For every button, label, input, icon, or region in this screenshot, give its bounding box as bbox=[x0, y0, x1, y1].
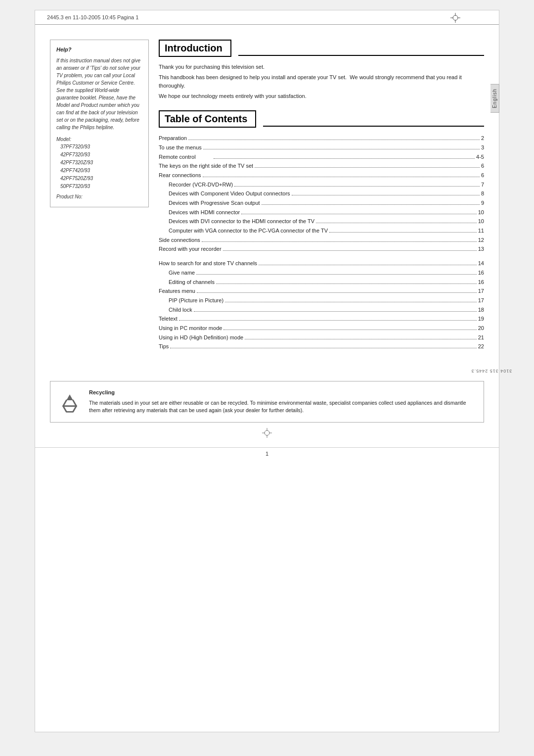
toc-dots bbox=[292, 195, 480, 195]
toc-label: The keys on the right side of the TV set bbox=[159, 161, 253, 171]
toc-dots bbox=[197, 292, 477, 293]
toc-page: 8 bbox=[481, 189, 484, 198]
toc-page: 2 bbox=[481, 134, 484, 143]
toc-page: 17 bbox=[478, 286, 484, 296]
toc-page: 9 bbox=[481, 198, 484, 208]
toc-row: Remote control 4-5 bbox=[159, 152, 484, 162]
model-item: 42PF7320/93 bbox=[60, 151, 142, 159]
page-number: 1 bbox=[266, 451, 268, 457]
bottom-bar: 1 bbox=[35, 447, 499, 460]
toc-label: Remote control bbox=[159, 152, 212, 162]
toc-page: 20 bbox=[478, 324, 484, 333]
recycling-content: Recycling The materials used in your set… bbox=[89, 388, 477, 415]
toc-row: Devices with Component Video Output conn… bbox=[159, 189, 484, 198]
toc-page: 16 bbox=[478, 268, 484, 278]
recycling-section: Recycling The materials used in your set… bbox=[50, 381, 484, 423]
toc-page: 11 bbox=[478, 226, 484, 236]
toc-page: 17 bbox=[478, 296, 484, 305]
left-sidebar: Help? If this instruction manual does no… bbox=[50, 40, 149, 351]
toc-label: How to search for and store TV channels bbox=[159, 259, 257, 268]
toc-dots bbox=[225, 302, 477, 302]
help-title: Help? bbox=[56, 46, 142, 54]
toc-label: PIP (Picture in Picture) bbox=[169, 296, 223, 305]
toc-label: Devices with DVI connector to the HDMI c… bbox=[169, 217, 314, 226]
toc-dots bbox=[216, 284, 477, 284]
toc-dots bbox=[241, 214, 476, 214]
recycling-text: The materials used in your set are eithe… bbox=[89, 399, 477, 415]
toc-page: 6 bbox=[481, 171, 484, 180]
toc-label: Teletext bbox=[159, 314, 178, 324]
recycling-title: Recycling bbox=[89, 388, 477, 397]
model-item: 42PF7520Z/93 bbox=[60, 175, 142, 183]
model-section: Model: 37PF7320/93 42PF7320/93 42PF7320Z… bbox=[56, 136, 142, 201]
toc-page: 6 bbox=[481, 161, 484, 171]
toc-row: Rear connections 6 bbox=[159, 171, 484, 180]
toc-row: Recorder (VCR-DVD+RW) 7 bbox=[159, 180, 484, 189]
model-numbers: 37PF7320/93 42PF7320/93 42PF7320Z/93 42P… bbox=[56, 143, 142, 190]
toc-section: Table of Contents Preparation 2 To use t… bbox=[159, 110, 484, 351]
content-area: Help? If this instruction manual does no… bbox=[35, 25, 499, 366]
toc-row: Side connections 12 bbox=[159, 236, 484, 245]
toc-dots bbox=[202, 241, 477, 242]
footer bbox=[35, 432, 499, 447]
introduction-text: Thank you for purchasing this television… bbox=[159, 63, 484, 100]
introduction-title: Introduction bbox=[165, 43, 222, 54]
introduction-title-box: Introduction bbox=[159, 40, 231, 57]
toc-label: Give name bbox=[169, 268, 195, 278]
toc-page: 10 bbox=[478, 217, 484, 226]
document-page: 2445.3 en 11-10-2005 10:45 Pagina 1 Help… bbox=[35, 10, 499, 732]
toc-dots bbox=[223, 330, 476, 330]
toc-row: Devices with Progressive Scan output 9 bbox=[159, 198, 484, 208]
toc-label: Preparation bbox=[159, 134, 187, 143]
toc-dots bbox=[234, 186, 480, 187]
toc-label: Child lock bbox=[169, 305, 192, 315]
toc-label: To use the menus bbox=[159, 143, 202, 152]
introduction-header: Introduction bbox=[159, 40, 484, 57]
english-language-tab: English bbox=[490, 84, 499, 113]
toc-label: Recorder (VCR-DVD+RW) bbox=[169, 180, 233, 189]
toc-row: Computer with VGA connector to the PC-VG… bbox=[159, 226, 484, 236]
toc-dots bbox=[259, 265, 477, 265]
help-text: If this instruction manual does not give… bbox=[56, 57, 142, 131]
toc-title-box: Table of Contents bbox=[159, 110, 256, 128]
intro-p1: Thank you for purchasing this television… bbox=[159, 63, 484, 71]
toc-dots bbox=[196, 274, 477, 275]
recycling-icon bbox=[57, 388, 82, 415]
header-text: 2445.3 en 11-10-2005 10:45 Pagina 1 bbox=[47, 14, 138, 20]
toc-header: Table of Contents bbox=[159, 110, 484, 128]
toc-label: Rear connections bbox=[159, 171, 201, 180]
toc-row: PIP (Picture in Picture) 17 bbox=[159, 296, 484, 305]
toc-row: Using in PC monitor mode 20 bbox=[159, 324, 484, 333]
toc-dots bbox=[214, 158, 475, 159]
toc-row: Using in HD (High Definition) mode 21 bbox=[159, 333, 484, 342]
toc-dots bbox=[194, 311, 477, 312]
toc-dots bbox=[179, 320, 477, 321]
toc-page: 3 bbox=[481, 143, 484, 152]
help-box: Help? If this instruction manual does no… bbox=[50, 40, 149, 207]
toc-label: Devices with HDMI connector bbox=[169, 208, 240, 217]
toc-row: Teletext 19 bbox=[159, 314, 484, 324]
toc-row: Preparation 2 bbox=[159, 134, 484, 143]
toc-page: 10 bbox=[478, 208, 484, 217]
introduction-divider bbox=[238, 55, 484, 56]
toc-dots bbox=[329, 232, 477, 233]
toc-row: Tips 22 bbox=[159, 342, 484, 351]
header-crosshair-icon bbox=[450, 13, 459, 22]
product-no: Product No: bbox=[56, 193, 142, 201]
toc-dots bbox=[203, 177, 480, 177]
toc-dots bbox=[245, 339, 477, 339]
toc-title: Table of Contents bbox=[165, 113, 247, 125]
svg-point-0 bbox=[453, 15, 458, 20]
toc-row: Features menu 17 bbox=[159, 286, 484, 296]
toc-label: Record with your recorder bbox=[159, 244, 222, 254]
toc-label: Features menu bbox=[159, 286, 195, 296]
toc-dots bbox=[262, 204, 480, 205]
toc-page: 16 bbox=[478, 278, 484, 287]
toc-page: 18 bbox=[478, 305, 484, 315]
toc-page: 21 bbox=[478, 333, 484, 342]
model-item: 50PF7320/93 bbox=[60, 183, 142, 190]
toc-row: To use the menus 3 bbox=[159, 143, 484, 152]
toc-spacer bbox=[159, 254, 484, 259]
toc-divider bbox=[263, 126, 484, 127]
toc-page: 19 bbox=[478, 314, 484, 324]
